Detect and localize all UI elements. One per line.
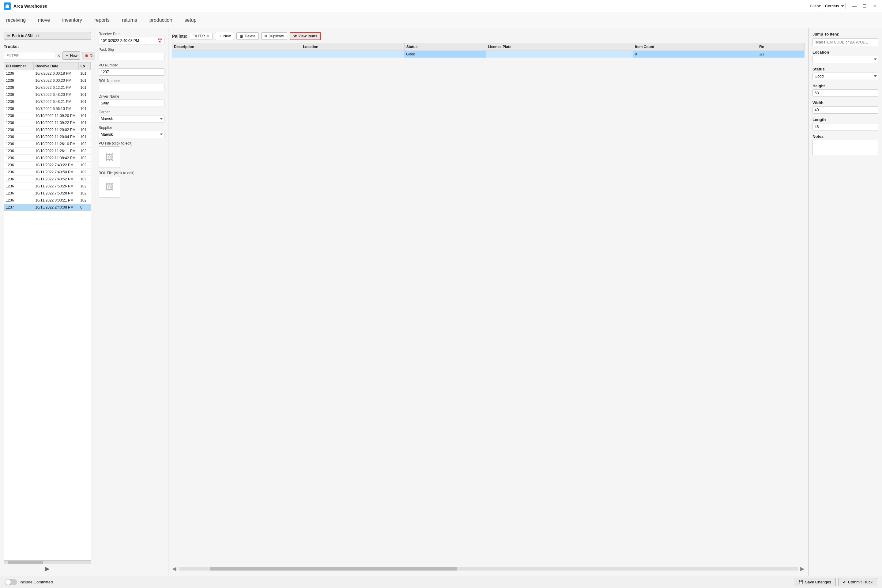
truck-row[interactable]: 1236 10/11/2022 7:40:52 PM 102: [4, 176, 91, 183]
include-committed-toggle[interactable]: [5, 579, 17, 585]
nav-setup[interactable]: setup: [184, 16, 196, 24]
nav-production[interactable]: production: [150, 16, 172, 24]
nav-reports[interactable]: reports: [94, 16, 110, 24]
back-to-asn-button[interactable]: ⬅ Back to ASN List: [4, 32, 91, 40]
pallet-col-status: Status: [404, 43, 486, 51]
truck-lo: 101: [78, 84, 90, 91]
truck-lo: 102: [78, 190, 90, 197]
truck-row[interactable]: 1236 10/10/2022 11:09:22 PM 101: [4, 119, 91, 126]
pallets-view-items-button[interactable]: 👁 View Items: [290, 32, 321, 40]
nav-receiving[interactable]: receiving: [6, 16, 26, 24]
trucks-panel: ⬅ Back to ASN List Trucks: ✕ ＋ New 🗑 Del…: [0, 28, 95, 576]
truck-row[interactable]: 1237 10/13/2022 2:40:08 PM 0: [4, 204, 91, 211]
carrier-group: Carrier Maersk FedEx UPS DHL: [99, 110, 165, 123]
pallet-col-description: Description: [172, 43, 301, 51]
truck-row[interactable]: 1236 10/11/2022 7:40:22 PM 102: [4, 162, 91, 169]
trucks-filter-input[interactable]: [4, 52, 55, 59]
close-button[interactable]: ✕: [871, 3, 878, 9]
truck-lo: 0: [78, 204, 90, 211]
bol-number-input[interactable]: [99, 84, 165, 91]
include-committed-label: Include Committed: [20, 580, 52, 584]
po-file-upload[interactable]: 🖼: [99, 146, 120, 168]
commit-truck-button[interactable]: ✔ Commit Truck: [838, 578, 877, 586]
truck-row[interactable]: 1236 10/7/2022 6:12:21 PM 101: [4, 84, 91, 91]
scan-input[interactable]: [813, 38, 878, 46]
truck-row[interactable]: 1236 10/10/2022 11:20:04 PM 101: [4, 134, 91, 141]
status-select[interactable]: Good Damaged Hold Returned: [813, 73, 878, 80]
receive-date-group: Receive Date 📅: [99, 32, 165, 44]
bol-file-icon: 🖼: [105, 182, 114, 192]
truck-row[interactable]: 1236 10/11/2022 7:50:26 PM 102: [4, 183, 91, 190]
trucks-new-button[interactable]: ＋ New: [63, 51, 80, 60]
truck-row[interactable]: 1236 10/7/2022 6:00:20 PM 101: [4, 77, 91, 84]
width-input[interactable]: [813, 106, 878, 114]
trucks-filter-clear[interactable]: ✕: [57, 53, 61, 58]
calendar-icon[interactable]: 📅: [158, 38, 163, 43]
pallet-col-item-count: Item Count: [633, 43, 757, 51]
truck-row[interactable]: 1236 10/11/2022 7:50:28 PM 102: [4, 190, 91, 197]
pallets-delete-button[interactable]: 🗑 Delete: [236, 33, 259, 40]
minimize-button[interactable]: —: [850, 3, 858, 9]
truck-date: 10/10/2022 11:38:42 PM: [33, 154, 78, 162]
pallets-filter-clear[interactable]: ✕: [207, 34, 210, 38]
truck-date: 10/7/2022 6:43:20 PM: [33, 91, 78, 98]
carrier-select[interactable]: Maersk FedEx UPS DHL: [99, 115, 165, 123]
truck-lo: 102: [78, 148, 90, 154]
bol-file-upload[interactable]: 🖼: [99, 176, 120, 198]
receive-date-input[interactable]: [99, 37, 165, 44]
truck-lo: 102: [78, 169, 90, 176]
pallets-panel: Pallets: FILTER ✕ ＋ New 🗑 Delete ⧉ Dupli…: [168, 28, 808, 576]
truck-row[interactable]: 1236 10/10/2022 11:26:10 PM 102: [4, 141, 91, 148]
back-icon: ⬅: [7, 34, 10, 38]
save-changes-button[interactable]: 💾 Save Changes: [794, 578, 836, 586]
nav-move[interactable]: move: [38, 16, 50, 24]
pallets-scroll-left[interactable]: ◀: [172, 566, 176, 572]
save-icon: 💾: [798, 580, 803, 584]
length-input[interactable]: [813, 123, 878, 130]
include-committed-toggle-wrap: Include Committed: [5, 579, 52, 585]
pallets-table-wrap: Description Location Status License Plat…: [172, 43, 804, 58]
pack-slip-input[interactable]: [99, 52, 165, 60]
truck-lo: 102: [78, 162, 90, 169]
truck-row[interactable]: 1236 10/10/2022 11:09:20 PM 101: [4, 112, 91, 119]
trucks-scroll-right[interactable]: ▶: [45, 566, 50, 572]
truck-row[interactable]: 1236 10/7/2022 6:43:21 PM 101: [4, 98, 91, 105]
truck-row[interactable]: 1236 10/10/2022 11:20:02 PM 101: [4, 126, 91, 134]
pallets-scroll-right[interactable]: ▶: [800, 566, 804, 572]
client-select[interactable]: Cerritus: [823, 3, 846, 9]
carrier-label: Carrier: [99, 110, 165, 114]
notes-input[interactable]: [813, 140, 878, 155]
driver-name-input[interactable]: [99, 99, 165, 107]
po-number-input[interactable]: [99, 68, 165, 76]
maximize-button[interactable]: ❐: [861, 3, 868, 9]
trucks-delete-button[interactable]: 🗑 Delete: [82, 52, 95, 59]
pallet-description: [172, 51, 301, 58]
trucks-title: Trucks:: [4, 44, 91, 49]
bol-number-label: BOL Number: [99, 79, 165, 83]
pack-slip-label: Pack Slip: [99, 48, 165, 52]
nav-returns[interactable]: returns: [122, 16, 137, 24]
receive-date-label: Receive Date: [99, 32, 165, 36]
nav-inventory[interactable]: inventory: [62, 16, 82, 24]
truck-date: 10/11/2022 7:40:50 PM: [33, 169, 78, 176]
trucks-scrollbar-thumb: [8, 561, 43, 564]
trucks-scrollbar[interactable]: [4, 560, 91, 564]
truck-row[interactable]: 1236 10/10/2022 11:38:42 PM 102: [4, 154, 91, 162]
truck-date: 10/7/2022 6:43:21 PM: [33, 98, 78, 105]
truck-row[interactable]: 1236 10/11/2022 8:03:21 PM 102: [4, 197, 91, 204]
height-input[interactable]: [813, 89, 878, 97]
truck-row[interactable]: 1236 10/7/2022 6:43:20 PM 101: [4, 91, 91, 98]
location-select[interactable]: [813, 56, 878, 63]
notes-section-title: Notes: [813, 134, 878, 139]
pallets-scrollbar[interactable]: [179, 567, 798, 570]
pallets-duplicate-button[interactable]: ⧉ Duplicate: [261, 33, 287, 40]
pallets-header: Pallets: FILTER ✕ ＋ New 🗑 Delete ⧉ Dupli…: [172, 32, 804, 40]
truck-row[interactable]: 1236 10/11/2022 7:40:50 PM 102: [4, 169, 91, 176]
truck-po: 1236: [4, 183, 33, 190]
truck-row[interactable]: 1236 10/7/2022 6:00:18 PM 101: [4, 70, 91, 77]
pallet-row[interactable]: Good 0 1/1: [172, 51, 804, 58]
supplier-select[interactable]: Maersk FedEx UPS DHL: [99, 131, 165, 138]
pallets-new-button[interactable]: ＋ New: [215, 32, 234, 40]
truck-row[interactable]: 1236 10/10/2022 11:26:11 PM 102: [4, 148, 91, 154]
truck-row[interactable]: 1236 10/7/2022 6:56:10 PM 101: [4, 105, 91, 112]
